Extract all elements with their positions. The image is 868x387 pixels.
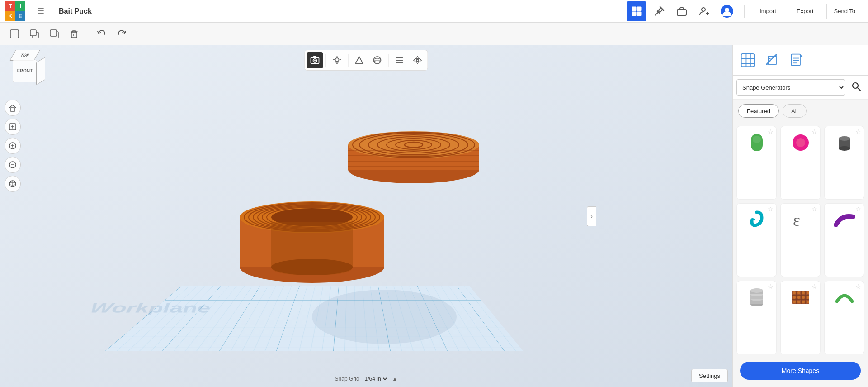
lid-side (348, 145, 479, 170)
curve-shape-item[interactable]: ☆ (824, 203, 864, 277)
arc-shape-item[interactable]: ☆ (824, 281, 864, 354)
delete-button[interactable] (65, 25, 83, 43)
arc-star[interactable]: ☆ (855, 283, 861, 290)
texture-star[interactable]: ☆ (811, 283, 817, 290)
avatar-button[interactable] (717, 1, 737, 21)
light-icon (332, 55, 342, 65)
hook-shape-item[interactable]: ☆ (736, 203, 777, 277)
lid-bottom (348, 156, 479, 183)
solid-icon (354, 55, 364, 65)
epsilon-shape-item[interactable]: ☆ ε (780, 203, 821, 277)
zoom-in-button[interactable] (5, 138, 21, 154)
menu-icon[interactable]: ☰ (31, 1, 51, 21)
puck-body (240, 201, 384, 283)
top-right-icons (627, 1, 737, 21)
cube-front-face[interactable]: FRONT (13, 60, 37, 82)
notes-tab-icon (789, 53, 804, 67)
redo-button[interactable] (113, 25, 131, 43)
export-button[interactable]: Export (789, 4, 821, 19)
logo: T I K E (5, 1, 25, 21)
all-filter-button[interactable]: All (783, 104, 806, 118)
gem-shape-item[interactable]: ☆ (780, 126, 821, 200)
send-to-button[interactable]: Send To (826, 4, 863, 19)
panel-collapse-button[interactable]: › (587, 206, 596, 226)
cylinder-svg (832, 130, 857, 155)
curve-shape-img (832, 207, 857, 233)
svg-rect-59 (791, 54, 800, 66)
knurl-star[interactable]: ☆ (768, 128, 774, 135)
tab-ruler-button[interactable] (761, 49, 783, 72)
cylinder-hole-top (271, 208, 353, 226)
curve-star[interactable]: ☆ (855, 205, 861, 213)
duplicate-icon (49, 29, 59, 39)
camera-view-button[interactable] (307, 52, 323, 68)
svg-point-84 (793, 291, 796, 294)
knurl-svg (745, 130, 769, 155)
texture-shape-item[interactable]: ☆ (780, 281, 821, 354)
undo-button[interactable] (93, 25, 111, 43)
viewport[interactable]: TOP FRONT (0, 45, 732, 387)
import-button[interactable]: Import (752, 4, 783, 19)
app-title: Bait Puck (59, 7, 337, 15)
epsilon-star[interactable]: ☆ (811, 205, 817, 213)
wireframe-icon (373, 55, 382, 65)
svg-rect-2 (632, 12, 636, 16)
category-select[interactable]: Shape Generators Basic Shapes Text Featu… (736, 79, 845, 96)
duplicate-button[interactable] (45, 25, 63, 43)
ring-line-4 (253, 205, 371, 230)
arc-shape-img (832, 285, 857, 310)
orbit-button[interactable] (5, 176, 21, 192)
gem-shape-img (788, 130, 813, 155)
svg-rect-51 (741, 54, 754, 67)
home-view-button[interactable] (5, 100, 21, 116)
coins-star[interactable]: ☆ (768, 283, 774, 290)
logo-e: E (15, 11, 25, 21)
mirror-icon (413, 55, 423, 65)
light-button[interactable] (329, 52, 345, 68)
grid-view-button[interactable] (627, 1, 646, 21)
cylinder-top-ellipse (240, 201, 384, 233)
cube-top-face[interactable]: TOP (9, 50, 40, 61)
svg-point-77 (750, 288, 763, 293)
more-shapes-button[interactable]: More Shapes (740, 362, 861, 380)
fit-button[interactable] (5, 119, 21, 135)
briefcase-button[interactable] (672, 1, 692, 21)
solid-view-button[interactable] (351, 52, 368, 68)
coins-svg (745, 285, 769, 310)
coins-shape-item[interactable]: ☆ (736, 281, 777, 354)
view-cube[interactable]: TOP FRONT (5, 50, 45, 91)
copy-button[interactable] (25, 25, 43, 43)
wireframe-button[interactable] (369, 52, 386, 68)
new-design-button[interactable] (5, 25, 24, 43)
mirror-button[interactable] (410, 52, 426, 68)
logo-k: K (5, 11, 15, 21)
svg-point-92 (793, 301, 796, 303)
cylinder-shape-item[interactable]: ☆ (824, 126, 864, 200)
main-area: TOP FRONT (0, 45, 868, 387)
svg-text:ε: ε (793, 210, 800, 229)
knurl-shape-item[interactable]: ☆ (736, 126, 777, 200)
svg-point-21 (335, 58, 339, 62)
right-panel: Shape Generators Basic Shapes Text Featu… (732, 45, 868, 387)
pickaxe-button[interactable] (649, 1, 669, 21)
zoom-out-button[interactable] (5, 157, 21, 173)
grid-icon (632, 6, 642, 16)
settings-button[interactable]: Settings (691, 369, 728, 382)
hook-star[interactable]: ☆ (768, 205, 774, 213)
lid-ring-3 (387, 139, 441, 151)
tab-grid-button[interactable] (736, 49, 759, 72)
search-button[interactable] (848, 79, 864, 96)
cube-right-face[interactable] (36, 57, 45, 85)
align-button[interactable] (392, 52, 408, 68)
featured-filter-button[interactable]: Featured (738, 104, 779, 118)
cylinder-star[interactable]: ☆ (855, 128, 861, 135)
add-user-button[interactable] (694, 1, 714, 21)
snap-value-select[interactable]: 1/64 in (363, 375, 389, 382)
home-icon (9, 104, 17, 112)
snap-grid-control: Snap Grid 1/64 in ▲ (335, 375, 398, 382)
gem-star[interactable]: ☆ (811, 128, 817, 135)
tab-notes-button[interactable] (785, 49, 808, 72)
camera-controls (5, 100, 21, 192)
undo-icon (97, 29, 107, 39)
topbar: T I K E ☰ Bait Puck (0, 0, 868, 23)
